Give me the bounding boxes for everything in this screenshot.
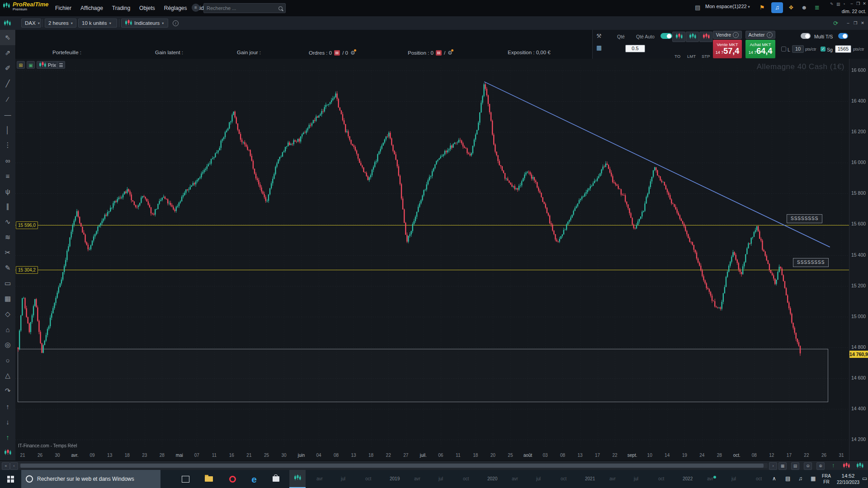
sell-candles-icon[interactable] — [843, 462, 850, 470]
action-center-icon[interactable]: ▭ — [862, 475, 867, 482]
order-mode-1-button[interactable] — [672, 32, 685, 42]
loss-input[interactable]: 10 — [792, 45, 804, 53]
opera-icon[interactable] — [224, 470, 241, 488]
tool-house-icon[interactable]: ⌂ — [0, 322, 15, 337]
units-dropdown[interactable]: 10 k unités▾ — [78, 19, 117, 28]
scroll-start-button[interactable]: « — [2, 462, 10, 470]
tool-channel-icon[interactable]: ∥ — [0, 199, 15, 214]
tray-chevron-icon[interactable]: ∧ — [772, 475, 776, 482]
position-list-icon[interactable]: ▤ — [436, 50, 442, 56]
order-type-lmt[interactable]: LMT — [687, 54, 696, 59]
tool-arrow-down-icon[interactable]: ↓ — [0, 414, 15, 429]
tool-orders-icon[interactable] — [0, 445, 15, 460]
tool-fibonacci-icon[interactable]: ≡ — [0, 168, 15, 183]
tool-wave-icon[interactable]: ∿ — [0, 214, 15, 230]
workspace-dropdown[interactable]: Mon espace(1)222 — [705, 4, 750, 9]
tool-line-icon[interactable]: ╱ — [0, 76, 15, 91]
orders-list-icon[interactable]: ▤ — [334, 50, 340, 56]
qty-auto-toggle[interactable] — [660, 33, 672, 39]
sg-checkbox[interactable]: ✓ — [821, 47, 826, 52]
instrument-dropdown[interactable]: DAX▾ — [21, 19, 41, 28]
tool-diamond-icon[interactable]: ◇ — [0, 306, 15, 322]
sell-market-button[interactable]: Vente MKT 14 757,4 — [713, 40, 742, 58]
store-icon[interactable] — [268, 470, 284, 488]
tool-vertical-line-icon[interactable]: │ — [0, 122, 15, 137]
tool-zigzag-icon[interactable]: ≋ — [0, 230, 15, 245]
refresh-icon[interactable]: ⟳ — [833, 20, 838, 27]
multi-ts-toggle[interactable] — [838, 33, 848, 39]
compare-button[interactable]: ▣ — [27, 61, 35, 69]
tool-dropper-icon[interactable]: ✐ — [0, 61, 15, 76]
touch-keyboard-icon[interactable]: ▦ — [811, 475, 816, 482]
sg-input[interactable]: 1565 — [835, 45, 851, 53]
price-chart-canvas[interactable] — [15, 59, 849, 453]
volume-icon[interactable]: ♫ — [798, 475, 802, 482]
tool-target-icon[interactable]: ◎ — [0, 337, 15, 352]
level-2-price-tag[interactable]: 15 304,2 — [16, 266, 38, 274]
buy-market-button[interactable]: Achat MKT 14 764,4 — [745, 40, 775, 58]
position-gear-icon[interactable]: ⚙ — [448, 50, 453, 56]
tool-grid-icon[interactable]: ▦ — [0, 291, 15, 306]
gift-icon[interactable]: ❖ — [788, 4, 794, 11]
keypad-icon[interactable]: ▦ — [596, 44, 602, 51]
tool-scissors-icon[interactable]: ✂ — [0, 245, 15, 260]
tool-horizontal-line-icon[interactable]: ― — [0, 107, 15, 122]
tool-ruler-icon[interactable]: ∕ — [0, 91, 15, 107]
annotation-tag-2[interactable]: SSSSSSSS — [793, 258, 829, 267]
apps-icon[interactable]: ≡ — [192, 4, 200, 12]
buy-header-button[interactable]: Acheteri — [745, 31, 775, 39]
network-icon[interactable]: ▤ — [785, 475, 790, 482]
clock[interactable]: 14:5222/10/2023 — [835, 472, 862, 485]
speaker-icon[interactable]: ♫ — [771, 2, 783, 13]
tool-dots-icon[interactable]: ⋮ — [0, 137, 15, 153]
task-view-button[interactable] — [177, 470, 193, 488]
file-explorer-icon[interactable] — [201, 470, 217, 488]
panel-icon[interactable]: ▥ — [836, 2, 840, 6]
annotation-tag-1[interactable]: SSSSSSSS — [787, 214, 822, 223]
menu-trading[interactable]: Trading — [108, 0, 135, 16]
orders-gear-icon[interactable]: ⚙ — [350, 50, 355, 56]
tool-triangle-icon[interactable]: △ — [0, 368, 15, 383]
panel-toggle[interactable] — [801, 33, 811, 39]
chart-shortcut-icon[interactable]: ≣ — [815, 4, 820, 11]
add-view-button[interactable]: ⊞ — [17, 61, 25, 69]
scrollbar-track[interactable] — [19, 463, 768, 468]
indicators-dropdown[interactable]: Indicateurs▾ — [121, 19, 168, 28]
maximize-button[interactable]: ❒ — [855, 1, 861, 6]
chart-menu-button[interactable]: ☰ — [57, 61, 65, 69]
level-1-price-tag[interactable]: 15 596,0 — [16, 221, 38, 229]
menu-réglages[interactable]: Réglages — [160, 0, 192, 16]
calendar-icon[interactable]: ▦ — [778, 462, 787, 470]
language-indicator[interactable]: FRAFR — [820, 473, 833, 485]
clock-icon[interactable]: ◔ — [843, 2, 845, 6]
tool-ellipse-icon[interactable]: ○ — [0, 352, 15, 368]
order-mode-2-button[interactable] — [686, 32, 699, 42]
qty-input[interactable]: 0.5 — [625, 45, 645, 52]
display-icon[interactable]: ▤ — [695, 4, 700, 11]
tools-icon[interactable]: ⚒ — [596, 33, 602, 39]
minimize-button[interactable]: – — [849, 1, 854, 6]
scroll-right-button[interactable]: › — [769, 462, 777, 470]
buy-candles-icon[interactable] — [856, 462, 863, 470]
zoom-in-icon[interactable]: ⊕ — [816, 462, 825, 470]
scrollbar-thumb[interactable] — [20, 464, 764, 468]
tool-pencil-icon[interactable]: ✎ — [0, 260, 15, 276]
menu-affichage[interactable]: Affichage — [76, 0, 108, 16]
loss-checkbox[interactable] — [781, 47, 786, 52]
sell-header-button[interactable]: Vendrei — [713, 31, 742, 39]
contacts-icon[interactable]: ☻ — [801, 4, 807, 11]
tool-infinite-line-icon[interactable]: ∞ — [0, 153, 15, 168]
edge-icon[interactable]: e — [246, 470, 262, 488]
info-icon[interactable]: i — [173, 20, 179, 26]
tool-curve-arrow-icon[interactable]: ↷ — [0, 383, 15, 399]
tool-arrow-up-icon[interactable]: ↑ — [0, 399, 15, 414]
inner-maximize-button[interactable]: ❒ — [853, 21, 858, 26]
taskbar-search[interactable]: Rechercher sur le web et dans Windows — [21, 470, 160, 488]
inner-minimize-button[interactable]: – — [845, 21, 851, 26]
tool-trend-arrow-icon[interactable]: ⇗ — [0, 45, 15, 61]
price-axis[interactable]: 14 760,9 16 60016 40016 20016 00015 8001… — [849, 59, 868, 460]
flag-icon[interactable]: ⚑ — [760, 4, 765, 11]
inner-close-button[interactable]: ✕ — [860, 21, 865, 26]
scroll-left-button[interactable]: ‹ — [10, 462, 18, 470]
zoom-out-icon[interactable]: ⊖ — [804, 462, 812, 470]
